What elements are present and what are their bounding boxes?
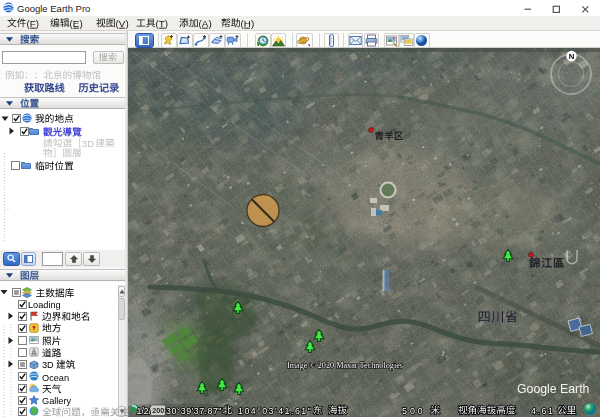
svg-text:N: N: [569, 52, 575, 61]
svg-text:Image © 2020 Maxar Technologie: Image © 2020 Maxar Technologies: [287, 361, 403, 370]
svg-text:Google Earth: Google Earth: [517, 382, 590, 396]
